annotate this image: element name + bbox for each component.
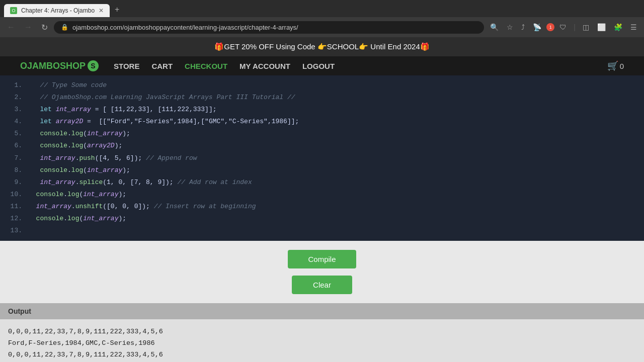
clear-button[interactable]: Clear — [292, 276, 352, 294]
code-content: console.log(int_array); — [28, 213, 126, 224]
code-line-8: 8. console.log(int_array); — [0, 164, 644, 176]
code-line-1: 1. // Type Some code — [0, 79, 644, 92]
code-line-11: 11. int_array.unshift([0, 0, 0]); // Ins… — [0, 201, 644, 213]
browser-nav-bar: ← → ↻ 🔒 ojamboshop.com/ojamboshoppaycont… — [0, 17, 644, 37]
cart-icon: 🛒 — [607, 60, 618, 71]
code-line-12: 12. console.log(int_array); — [0, 213, 644, 225]
code-content — [28, 225, 36, 236]
output-section: Output 0,0,0,11,22,33,7,8,9,111,222,333,… — [0, 303, 644, 362]
code-content: let int_array = [ [11,22,33], [111,222,3… — [28, 104, 216, 115]
output-content: 0,0,0,11,22,33,7,8,9,111,222,333,4,5,6 F… — [0, 324, 644, 362]
code-content: console.log(int_array); — [28, 128, 130, 139]
new-tab-button[interactable]: + — [110, 2, 124, 17]
url-text: ojamboshop.com/ojamboshoppaycontent/lear… — [72, 24, 477, 31]
code-line-6: 6. console.log(array2D); — [0, 140, 644, 152]
lock-icon: 🔒 — [61, 24, 68, 31]
nav-link-logout[interactable]: LOGOUT — [302, 62, 335, 70]
tab-close-button[interactable]: ✕ — [99, 7, 104, 14]
promo-text: 🎁GET 20% OFF Using Code 👉SCHOOL👉 Until E… — [214, 42, 430, 51]
browser-window: O Chapter 4: Arrays - Ojambo ✕ + ← → ↻ 🔒… — [0, 0, 644, 37]
code-line-5: 5. console.log(int_array); — [0, 128, 644, 140]
nav-link-store[interactable]: STORE — [114, 62, 139, 70]
line-number: 4. — [8, 116, 22, 127]
cart-button[interactable]: 🛒 0 — [607, 60, 624, 71]
code-line-13: 13. — [0, 225, 644, 237]
code-content: int_array.splice(1, 0, [7, 8, 9]); // Ad… — [28, 177, 252, 188]
line-number: 10. — [8, 189, 22, 200]
output-line-1: 0,0,0,11,22,33,7,8,9,111,222,333,4,5,6 — [8, 326, 636, 338]
logo-text: OJAMBOSHOP — [20, 61, 86, 71]
code-line-4: 4. let array2D = [["Ford","F-Series",198… — [0, 116, 644, 128]
screenshot-icon[interactable]: ⬜ — [594, 21, 609, 33]
tab-bar: O Chapter 4: Arrays - Ojambo ✕ + — [0, 0, 644, 17]
sidebar-icon[interactable]: ◫ — [580, 21, 592, 33]
line-number: 5. — [8, 128, 22, 139]
code-line-3: 3. let int_array = [ [11,22,33], [111,22… — [0, 104, 644, 116]
extension-badge[interactable]: 1 — [546, 23, 554, 31]
bookmark-icon[interactable]: ☆ — [504, 21, 516, 33]
nav-link-checkout[interactable]: CHECKOUT — [185, 62, 227, 70]
code-content: console.log(array2D); — [28, 140, 122, 151]
code-content: console.log(int_array); — [28, 165, 130, 176]
line-number: 8. — [8, 165, 22, 176]
promo-banner: 🎁GET 20% OFF Using Code 👉SCHOOL👉 Until E… — [0, 37, 644, 56]
code-content: int_array.unshift([0, 0, 0]); // Insert … — [28, 201, 256, 212]
forward-button[interactable]: → — [21, 21, 35, 34]
code-content: int_array.push([4, 5, 6]); // Append row — [28, 153, 197, 164]
separator: | — [572, 23, 578, 31]
line-number: 12. — [8, 213, 22, 224]
line-number: 1. — [8, 80, 22, 91]
nav-link-my-account[interactable]: MY ACCOUNT — [239, 62, 290, 70]
line-number: 7. — [8, 153, 22, 164]
line-number: 6. — [8, 140, 22, 151]
rss-icon[interactable]: 📡 — [530, 21, 544, 33]
website-content: 🎁GET 20% OFF Using Code 👉SCHOOL👉 Until E… — [0, 37, 644, 362]
line-number: 11. — [8, 201, 22, 212]
share-icon[interactable]: ⤴ — [518, 21, 528, 33]
code-content: let array2D = [["Ford","F-Series",1984],… — [28, 116, 299, 127]
line-number: 3. — [8, 104, 22, 115]
code-line-9: 9. int_array.splice(1, 0, [7, 8, 9]); //… — [0, 176, 644, 189]
main-navigation: OJAMBOSHOP S STORE CART CHECKOUT MY ACCO… — [0, 56, 644, 75]
output-line-2: Ford,F-Series,1984,GMC,C-Series,1986 — [8, 338, 636, 349]
code-content: console.log(int_array); — [28, 189, 126, 200]
tab-title: Chapter 4: Arrays - Ojambo — [21, 7, 95, 14]
cart-count: 0 — [620, 62, 624, 70]
search-icon[interactable]: 🔍 — [487, 21, 502, 33]
refresh-button[interactable]: ↻ — [38, 21, 51, 34]
code-content: // Type Some code — [28, 80, 107, 91]
code-editor[interactable]: 1. // Type Some code 2. // OjamboShop.co… — [0, 75, 644, 241]
output-header: Output — [0, 303, 644, 319]
nav-link-cart[interactable]: CART — [151, 62, 173, 70]
site-logo[interactable]: OJAMBOSHOP S — [20, 60, 99, 71]
nav-links: STORE CART CHECKOUT MY ACCOUNT LOGOUT — [114, 62, 335, 70]
browser-action-buttons: 🔍 ☆ ⤴ 📡 1 🛡 | ◫ ⬜ 🧩 ☰ — [487, 21, 640, 33]
address-bar[interactable]: 🔒 ojamboshop.com/ojamboshoppaycontent/le… — [54, 21, 484, 34]
logo-s-icon: S — [88, 60, 99, 71]
output-line-3: 0,0,0,11,22,33,7,8,9,111,222,333,4,5,6 — [8, 349, 636, 361]
compile-button[interactable]: Compile — [288, 250, 356, 268]
code-line-7: 7. int_array.push([4, 5, 6]); // Append … — [0, 152, 644, 164]
active-tab[interactable]: O Chapter 4: Arrays - Ojambo ✕ — [4, 4, 110, 17]
code-line-2: 2. // OjamboShop.com Learning JavaScript… — [0, 92, 644, 104]
line-number: 2. — [8, 92, 22, 103]
code-content: // OjamboShop.com Learning JavaScript Ar… — [28, 92, 295, 103]
line-number: 9. — [8, 177, 22, 188]
buttons-area: Compile Clear — [0, 241, 644, 303]
code-line-10: 10. console.log(int_array); — [0, 189, 644, 201]
menu-icon[interactable]: ☰ — [627, 21, 640, 33]
tab-favicon: O — [10, 7, 17, 14]
back-button[interactable]: ← — [4, 21, 18, 34]
line-number: 13. — [8, 225, 22, 236]
shield-icon[interactable]: 🛡 — [556, 21, 570, 33]
extensions-icon[interactable]: 🧩 — [611, 21, 625, 33]
